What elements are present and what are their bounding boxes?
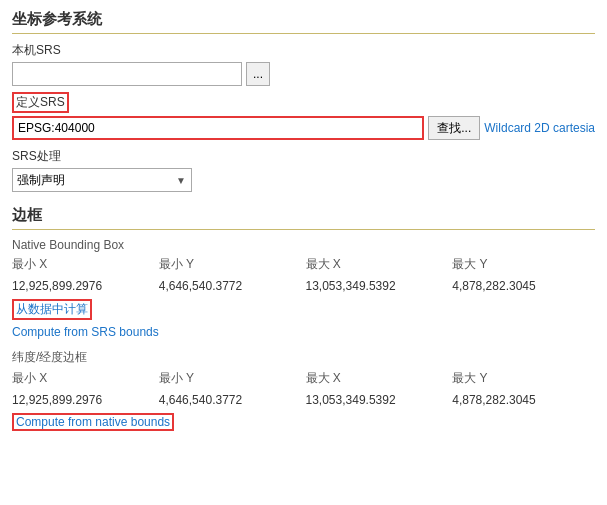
latlon-label: 纬度/经度边框: [12, 349, 595, 366]
compute-from-srs-wrapper: Compute from SRS bounds: [12, 324, 595, 341]
define-srs-section: 定义SRS 查找... Wildcard 2D cartesia: [12, 92, 595, 140]
srs-process-select[interactable]: 强制声明: [12, 168, 192, 192]
native-srs-input[interactable]: [12, 62, 242, 86]
latlon-col-maxy-label: 最大 Y: [452, 370, 595, 387]
latlon-bbox-values: 12,925,899.2976 4,646,540.3772 13,053,34…: [12, 393, 595, 407]
native-bbox-miny: 4,646,540.3772: [159, 279, 302, 293]
native-bbox-label: Native Bounding Box: [12, 238, 595, 252]
native-srs-dots-button[interactable]: ...: [246, 62, 270, 86]
latlon-miny: 4,646,540.3772: [159, 393, 302, 407]
native-bbox-minx: 12,925,899.2976: [12, 279, 155, 293]
define-srs-input[interactable]: [12, 116, 424, 140]
compute-from-native-wrapper: Compute from native bounds: [12, 413, 595, 433]
latlon-maxx: 13,053,349.5392: [306, 393, 449, 407]
crs-title: 坐标参考系统: [12, 10, 595, 34]
native-bbox-headers: 最小 X 最小 Y 最大 X 最大 Y: [12, 256, 595, 273]
bbox-section: 边框 Native Bounding Box 最小 X 最小 Y 最大 X 最大…: [12, 206, 595, 433]
latlon-section: 纬度/经度边框 最小 X 最小 Y 最大 X 最大 Y 12,925,899.2…: [12, 349, 595, 433]
latlon-maxy: 4,878,282.3045: [452, 393, 595, 407]
srs-process-select-wrapper: 强制声明 ▼: [12, 168, 192, 192]
bbox-title: 边框: [12, 206, 595, 230]
define-srs-label-text: 定义SRS: [12, 92, 69, 113]
native-bbox-col-maxx-label: 最大 X: [306, 256, 449, 273]
find-srs-button[interactable]: 查找...: [428, 116, 480, 140]
native-bbox-col-miny-label: 最小 Y: [159, 256, 302, 273]
srs-process-section: SRS处理 强制声明 ▼: [12, 148, 595, 192]
latlon-bbox-headers: 最小 X 最小 Y 最大 X 最大 Y: [12, 370, 595, 387]
latlon-col-miny-label: 最小 Y: [159, 370, 302, 387]
srs-process-label: SRS处理: [12, 148, 595, 165]
latlon-minx: 12,925,899.2976: [12, 393, 155, 407]
define-srs-input-row: 查找... Wildcard 2D cartesia: [12, 116, 595, 140]
native-bbox-maxy: 4,878,282.3045: [452, 279, 595, 293]
native-srs-label: 本机SRS: [12, 42, 595, 59]
latlon-col-minx-label: 最小 X: [12, 370, 155, 387]
compute-from-native-link[interactable]: Compute from native bounds: [12, 413, 174, 431]
compute-from-data-link[interactable]: 从数据中计算: [12, 299, 92, 320]
native-bbox-col-minx-label: 最小 X: [12, 256, 155, 273]
native-bbox-col-maxy-label: 最大 Y: [452, 256, 595, 273]
latlon-col-maxx-label: 最大 X: [306, 370, 449, 387]
native-bbox-maxx: 13,053,349.5392: [306, 279, 449, 293]
compute-from-srs-link[interactable]: Compute from SRS bounds: [12, 325, 159, 339]
native-bbox-values: 12,925,899.2976 4,646,540.3772 13,053,34…: [12, 279, 595, 293]
compute-from-data-wrapper: 从数据中计算: [12, 299, 595, 322]
wildcard-link[interactable]: Wildcard 2D cartesia: [484, 121, 595, 135]
native-srs-row: ...: [12, 62, 595, 86]
define-srs-label: 定义SRS: [12, 92, 595, 116]
crs-section: 坐标参考系统 本机SRS ... 定义SRS 查找... Wildcard 2D…: [12, 10, 595, 192]
